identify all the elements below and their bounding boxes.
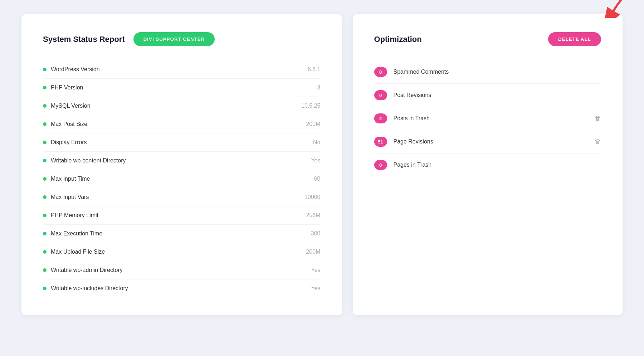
status-value: 300 <box>311 230 321 237</box>
status-label: Max Upload File Size <box>43 249 105 255</box>
opt-badge: 0 <box>374 90 387 100</box>
status-label-text: Writable wp-content Directory <box>51 157 126 164</box>
status-dot <box>43 214 47 217</box>
status-label-text: MySQL Version <box>51 103 91 109</box>
status-value: No <box>313 139 320 146</box>
status-dot <box>43 86 47 89</box>
arrow-indicator <box>603 0 642 18</box>
status-dot <box>43 141 47 144</box>
status-label: MySQL Version <box>43 103 91 109</box>
trash-icon[interactable]: 🗑 <box>595 138 601 146</box>
status-label-text: Max Input Vars <box>51 194 89 200</box>
status-label: Display Errors <box>43 139 87 146</box>
status-item: Writable wp-includes Directory Yes <box>43 279 321 297</box>
status-value: 200M <box>306 121 320 127</box>
status-label-text: PHP Version <box>51 84 83 91</box>
status-item: PHP Memory Limit 256M <box>43 206 321 225</box>
opt-item: 51 Page Revisions 🗑 <box>374 130 601 153</box>
optimization-card: Optimization DELETE ALL 0 Spammed Commen… <box>353 14 623 315</box>
status-value: 8 <box>317 84 321 91</box>
status-value: 60 <box>314 176 321 182</box>
opt-label-text: Spammed Comments <box>394 69 601 75</box>
status-item: Max Input Vars 10000 <box>43 188 321 206</box>
opt-label-text: Posts in Trash <box>394 115 589 122</box>
status-dot <box>43 104 47 108</box>
status-dot <box>43 287 47 290</box>
optimization-list: 0 Spammed Comments 0 Post Revisions 2 Po… <box>374 60 601 176</box>
status-item: Max Post Size 200M <box>43 115 321 133</box>
opt-item: 0 Spammed Comments <box>374 60 601 84</box>
status-label-text: Max Post Size <box>51 121 87 127</box>
status-item: Max Input Time 60 <box>43 170 321 188</box>
status-value: 10000 <box>304 194 321 200</box>
status-value: Yes <box>311 267 320 273</box>
status-item: Max Upload File Size 200M <box>43 243 321 261</box>
status-item: Display Errors No <box>43 133 321 152</box>
status-value: Yes <box>311 157 320 164</box>
status-label: Writable wp-includes Directory <box>43 285 128 292</box>
status-label: Max Input Time <box>43 176 90 182</box>
status-label-text: WordPress Version <box>51 66 100 73</box>
status-label-text: Writable wp-admin Directory <box>51 267 123 273</box>
status-value: 6.6.1 <box>308 66 321 73</box>
status-dot <box>43 268 47 272</box>
status-label-text: Writable wp-includes Directory <box>51 285 128 292</box>
status-value: 256M <box>306 212 320 219</box>
optimization-title: Optimization <box>374 35 422 44</box>
trash-icon[interactable]: 🗑 <box>595 115 601 122</box>
opt-label-text: Page Revisions <box>394 138 589 145</box>
status-label: Max Post Size <box>43 121 87 127</box>
status-value: 10.5.25 <box>301 103 320 109</box>
status-dot <box>43 232 47 235</box>
system-status-card: System Status Report DIVI SUPPORT CENTER… <box>21 14 342 315</box>
opt-badge: 0 <box>374 67 387 77</box>
page-wrapper: System Status Report DIVI SUPPORT CENTER… <box>21 14 623 315</box>
card-header: System Status Report DIVI SUPPORT CENTER <box>43 32 321 46</box>
status-label: Writable wp-content Directory <box>43 157 126 164</box>
status-item: Writable wp-content Directory Yes <box>43 152 321 170</box>
status-dot <box>43 177 47 181</box>
status-label: WordPress Version <box>43 66 100 73</box>
opt-item: 0 Post Revisions <box>374 84 601 107</box>
status-list: WordPress Version 6.6.1 PHP Version 8 My… <box>43 60 321 297</box>
status-dot <box>43 68 47 71</box>
status-value: 200M <box>306 249 320 255</box>
status-label-text: PHP Memory Limit <box>51 212 98 219</box>
opt-label-text: Pages in Trash <box>394 162 601 168</box>
opt-badge: 51 <box>374 137 387 147</box>
optimization-header: Optimization DELETE ALL <box>374 32 601 46</box>
status-dot <box>43 250 47 254</box>
status-label: Writable wp-admin Directory <box>43 267 123 273</box>
status-item: MySQL Version 10.5.25 <box>43 97 321 115</box>
divi-support-center-button[interactable]: DIVI SUPPORT CENTER <box>133 32 215 46</box>
status-label: Max Execution Time <box>43 230 102 237</box>
opt-label-text: Post Revisions <box>394 92 601 98</box>
status-label: Max Input Vars <box>43 194 89 200</box>
delete-all-button[interactable]: DELETE ALL <box>548 32 601 46</box>
status-label-text: Max Execution Time <box>51 230 102 237</box>
card-title: System Status Report <box>43 35 125 44</box>
status-label: PHP Memory Limit <box>43 212 98 219</box>
opt-item: 0 Pages in Trash <box>374 153 601 176</box>
status-item: PHP Version 8 <box>43 79 321 97</box>
status-item: WordPress Version 6.6.1 <box>43 60 321 79</box>
status-label-text: Display Errors <box>51 139 87 146</box>
opt-item: 2 Posts in Trash 🗑 <box>374 107 601 130</box>
status-label-text: Max Input Time <box>51 176 90 182</box>
status-dot <box>43 195 47 199</box>
opt-badge: 0 <box>374 160 387 170</box>
status-value: Yes <box>311 285 320 292</box>
status-item: Max Execution Time 300 <box>43 225 321 243</box>
status-item: Writable wp-admin Directory Yes <box>43 261 321 279</box>
status-label-text: Max Upload File Size <box>51 249 105 255</box>
status-label: PHP Version <box>43 84 83 91</box>
status-dot <box>43 159 47 162</box>
status-dot <box>43 122 47 126</box>
opt-badge: 2 <box>374 113 387 123</box>
